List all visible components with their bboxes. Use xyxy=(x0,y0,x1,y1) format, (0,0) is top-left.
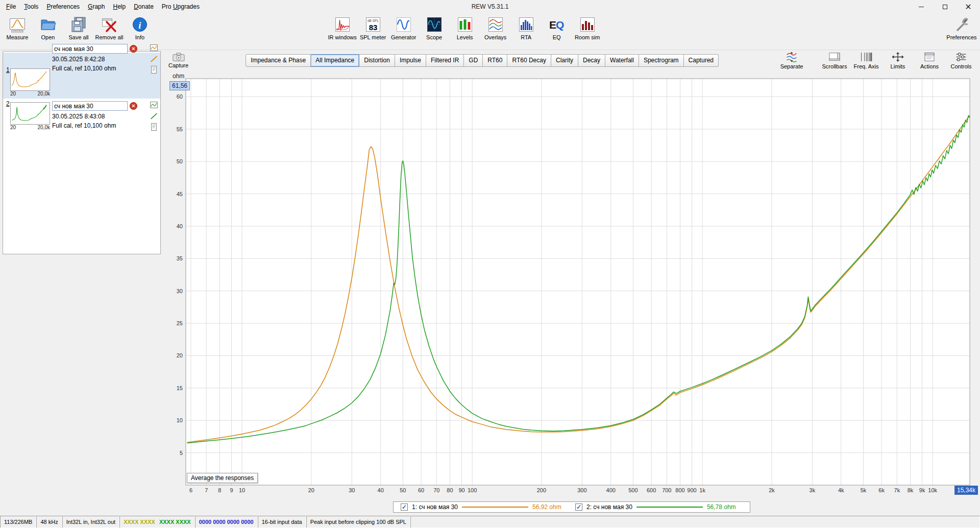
toolbar-room-sim-button[interactable]: Room sim xyxy=(572,14,603,41)
capture-button[interactable]: Capture xyxy=(168,52,188,68)
svg-text:50: 50 xyxy=(177,158,183,164)
trace-color-button[interactable] xyxy=(150,55,158,63)
measurement-card-1[interactable]: 12020,0k×30.05.2025 8:42:28Full cal, ref… xyxy=(3,53,160,99)
measurement-notes-button[interactable] xyxy=(150,123,158,131)
graphtool-freq-axis-button[interactable]: Freq. Axis xyxy=(850,51,882,70)
tab-distortion[interactable]: Distortion xyxy=(359,54,395,67)
trace-color-button[interactable] xyxy=(150,112,158,120)
svg-text:8: 8 xyxy=(218,487,221,493)
x-axis-readout[interactable]: 15,34k xyxy=(954,486,978,495)
tab-waterfall[interactable]: Waterfall xyxy=(605,54,639,67)
status-filler xyxy=(410,516,980,528)
tab-decay[interactable]: Decay xyxy=(578,54,605,67)
tab-gd[interactable]: GD xyxy=(464,54,483,67)
tab-all-impedance[interactable]: All Impedance xyxy=(311,54,359,67)
toolbar-eq-button[interactable]: EQEQ xyxy=(542,14,572,41)
graphtool-limits-button[interactable]: Limits xyxy=(882,51,914,70)
status-bar: 113/226MB 48 kHz Int32L in, Int32L out X… xyxy=(0,516,980,528)
maximize-button[interactable] xyxy=(933,0,957,13)
delete-measurement-button[interactable]: × xyxy=(130,102,137,110)
measurement-index: 1 xyxy=(6,66,10,74)
delete-measurement-button[interactable]: × xyxy=(130,45,137,53)
y-axis-readout[interactable]: 61,56 xyxy=(169,81,190,90)
toolbar-levels-button[interactable]: Levels xyxy=(450,14,480,41)
toolbar-open-button[interactable]: Open xyxy=(33,14,63,41)
tab-filtered-ir[interactable]: Filtered IR xyxy=(426,54,464,67)
measurement-notes-button[interactable] xyxy=(150,66,158,74)
actions-icon xyxy=(923,52,936,62)
menu-pro-upgrades[interactable]: Pro Upgrades xyxy=(158,1,204,13)
menu-file[interactable]: File xyxy=(2,1,20,13)
tab-rt60[interactable]: RT60 xyxy=(483,54,507,67)
measurement-graph-button[interactable] xyxy=(150,44,158,52)
average-responses-button[interactable]: Average the responses xyxy=(187,473,258,483)
toolbar-ir-windows-button[interactable]: IR windows xyxy=(327,14,358,41)
graphtool-label: Separate xyxy=(780,63,803,69)
svg-text:6: 6 xyxy=(189,487,192,493)
measurement-index: 2 xyxy=(6,100,10,107)
toolbar-button-label: Generator xyxy=(391,34,416,40)
menu-preferences[interactable]: Preferences xyxy=(42,1,84,13)
memory-usage: 113/226MB xyxy=(4,519,32,525)
impedance-chart[interactable]: 5101520253035404550556067891020304050607… xyxy=(163,70,980,498)
toolbar-scope-button[interactable]: Scope xyxy=(419,14,450,41)
toolbar-spl-meter-button[interactable]: dB SPL83SPL meter xyxy=(358,14,388,41)
toolbar-generator-button[interactable]: Generator xyxy=(388,14,419,41)
generator-icon xyxy=(396,16,412,33)
trace-legend: ✓1: сч нов мая 3056,92 ohm✓2: сч нов мая… xyxy=(393,501,750,513)
tab-captured[interactable]: Captured xyxy=(684,54,719,67)
menu-graph[interactable]: Graph xyxy=(84,1,109,13)
svg-text:60: 60 xyxy=(418,487,424,493)
toolbar-button-label: Info xyxy=(135,34,144,40)
svg-text:40: 40 xyxy=(378,487,384,493)
svg-text:10: 10 xyxy=(239,487,245,493)
minimize-button[interactable] xyxy=(910,0,933,13)
toolbar-info-button[interactable]: iInfo xyxy=(125,14,155,41)
svg-text:9: 9 xyxy=(230,487,233,493)
toolbar-preferences-button[interactable]: Preferences xyxy=(946,14,977,41)
graphtool-label: Limits xyxy=(891,63,905,69)
toolbar-rta-button[interactable]: RTA xyxy=(511,14,542,41)
toolbar-button-label: Scope xyxy=(426,34,442,40)
measurement-name-input[interactable] xyxy=(52,101,128,111)
svg-text:45: 45 xyxy=(177,191,183,197)
svg-text:700: 700 xyxy=(662,487,671,493)
tab-clarity[interactable]: Clarity xyxy=(551,54,578,67)
menu-help[interactable]: Help xyxy=(109,1,130,13)
input-format: 16-bit input data xyxy=(262,519,302,525)
toolbar-button-label: Save all xyxy=(68,34,88,40)
graphtool-actions-button[interactable]: Actions xyxy=(914,51,945,70)
menu-donate[interactable]: Donate xyxy=(130,1,158,13)
tab-impulse[interactable]: Impulse xyxy=(395,54,426,67)
toolbar-save-all-button[interactable]: Save all xyxy=(63,14,94,41)
legend-checkbox-2[interactable]: ✓ xyxy=(575,503,582,511)
delete-icon: × xyxy=(132,46,135,52)
measurement-datetime: 30.05.2025 8:42:28 xyxy=(52,56,149,63)
toolbar-remove-all-button[interactable]: Remove all xyxy=(94,14,125,41)
remove-all-icon xyxy=(101,16,117,33)
graphtool-controls-button[interactable]: Controls xyxy=(945,51,977,70)
tab-impedance-phase[interactable]: Impedance & Phase xyxy=(246,54,311,67)
toolbar-button-label: Preferences xyxy=(946,34,976,40)
zero-bits: 0000 0000 0000 0000 xyxy=(199,519,254,525)
status-input-bits: XXXX XXXX XXXX XXXX xyxy=(119,516,195,528)
measurement-icons-column xyxy=(149,101,158,131)
toolbar-button-label: RTA xyxy=(521,34,531,40)
toolbar-overlays-button[interactable]: Overlays xyxy=(480,14,511,41)
toolbar-measure-button[interactable]: Measure xyxy=(2,14,33,41)
menu-tools[interactable]: Tools xyxy=(20,1,42,13)
tab-spectrogram[interactable]: Spectrogram xyxy=(639,54,684,67)
tab-rt60-decay[interactable]: RT60 Decay xyxy=(507,54,551,67)
measurement-graph-button[interactable] xyxy=(150,102,158,109)
input-bits-green: XXXX XXXX xyxy=(159,519,191,525)
measurement-name-input[interactable] xyxy=(52,44,128,54)
toolbar-button-label: Overlays xyxy=(484,34,506,40)
svg-text:8k: 8k xyxy=(908,487,914,493)
close-button[interactable]: ✕ xyxy=(957,0,980,13)
toolbar-left-group: MeasureOpenSave allRemove alliInfo xyxy=(2,14,155,41)
measurement-card-2[interactable]: 22020,0k×30.05.2025 8:43:08Full cal, ref… xyxy=(3,99,160,133)
graphtool-scrollbars-button[interactable]: Scrollbars xyxy=(819,51,850,70)
legend-checkbox-1[interactable]: ✓ xyxy=(401,503,408,511)
graphtool-separate-button[interactable]: Separate xyxy=(776,51,807,70)
svg-text:900: 900 xyxy=(687,487,696,493)
